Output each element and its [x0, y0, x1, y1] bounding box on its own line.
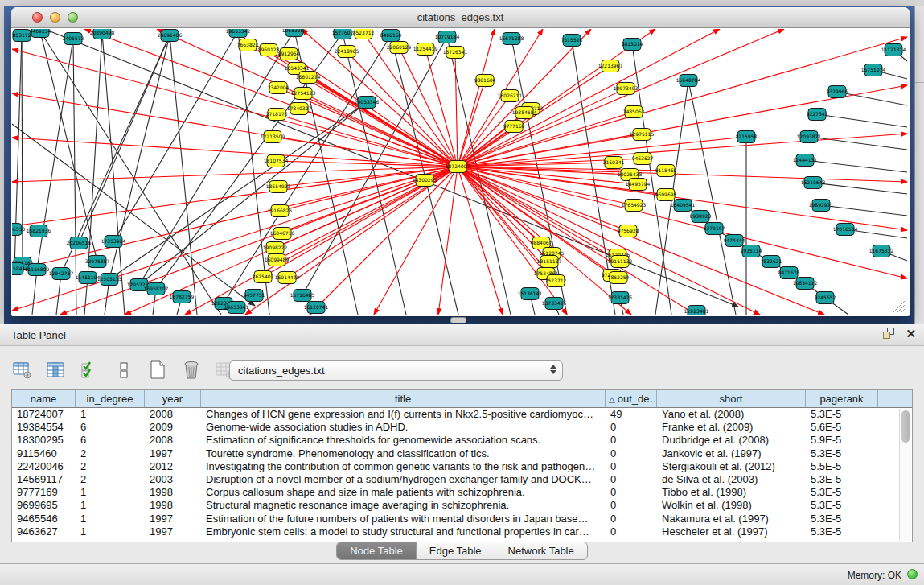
table-scrollbar-thumb[interactable] — [901, 410, 910, 443]
graph-node-teal[interactable]: 9409234 — [30, 29, 51, 38]
column-header-short[interactable]: short — [657, 390, 806, 407]
graph-node-yellow[interactable]: 7663822 — [237, 39, 259, 51]
graph-node-teal[interactable]: 12505135 — [97, 274, 122, 286]
graph-node-teal[interactable]: 16782759 — [170, 291, 195, 303]
graph-node-teal[interactable]: 6379197 — [704, 223, 725, 235]
column-header-title[interactable]: title — [201, 390, 606, 407]
graph-node-teal[interactable]: 9329966 — [827, 86, 848, 98]
tab-network-table[interactable]: Network Table — [495, 542, 587, 559]
graph-node-yellow[interactable]: 2160341 — [603, 157, 625, 169]
graph-node-yellow[interactable]: 16914479 — [275, 272, 300, 284]
graph-node-teal[interactable]: 9457751 — [244, 290, 265, 302]
graph-node-teal[interactable]: 15136141 — [518, 288, 543, 300]
graph-node-yellow[interactable]: 12213509 — [261, 131, 285, 143]
table-row[interactable]: 1456911722003Disruption of a novel membe… — [12, 473, 912, 486]
graph-node-teal[interactable]: 8215958 — [736, 131, 758, 143]
graph-node-teal[interactable]: 9474444 — [724, 235, 745, 247]
splitpane-divider-handle[interactable] — [450, 317, 466, 323]
graph-node-yellow[interactable]: 8912954 — [278, 48, 300, 60]
graph-node-yellow[interactable]: 7523712 — [545, 275, 567, 287]
table-row[interactable]: 1872400712008Changes of HCN gene express… — [12, 408, 912, 421]
table-row[interactable]: 946362711997Embryonic stem cells: a mode… — [12, 525, 912, 538]
table-row[interactable]: 969969511998Structural magnetic resonanc… — [12, 499, 912, 512]
graph-node-yellow[interactable]: 2342004 — [268, 82, 290, 94]
graph-node-yellow[interactable]: 9777169 — [503, 121, 525, 133]
column-header-out_de[interactable]: △out_de… — [606, 390, 657, 407]
graph-node-yellow[interactable]: 19384554 — [512, 107, 537, 119]
tab-node-table[interactable]: Node Table — [337, 542, 417, 559]
graph-node-yellow[interactable]: 9115460 — [655, 165, 677, 177]
graph-node-yellow[interactable]: 7625402 — [253, 271, 274, 283]
table-row[interactable]: 911546021997Tourette syndrome. Phenomeno… — [12, 447, 912, 460]
graph-node-teal[interactable]: 7515526 — [561, 35, 583, 47]
graph-node-teal[interactable]: 16210643 — [801, 177, 826, 189]
column-header-year[interactable]: year — [145, 390, 201, 407]
graph-node-yellow[interactable]: 22060129 — [387, 42, 412, 54]
graph-node-yellow[interactable]: 15726341 — [443, 47, 468, 59]
graph-node-yellow[interactable]: 17840327 — [287, 103, 312, 115]
select-all-icon[interactable] — [79, 360, 101, 381]
delete-columns-icon[interactable] — [180, 360, 203, 381]
graph-node-yellow[interactable]: 22418965 — [335, 46, 359, 58]
graph-node-teal[interactable]: 15716485 — [290, 290, 315, 302]
graph-node-yellow[interactable]: 17654923 — [622, 200, 647, 212]
column-header-pagerank[interactable]: pagerank — [806, 390, 878, 407]
graph-node-teal[interactable]: 10719184 — [435, 31, 460, 43]
table-row[interactable]: 977716911998Corpus callosum shape and si… — [12, 486, 912, 499]
graph-node-teal[interactable]: 16120741 — [304, 302, 329, 314]
graph-node-teal[interactable]: 15821936 — [27, 225, 51, 237]
graph-node-yellow[interactable]: 2718176 — [266, 109, 288, 121]
graph-node-teal[interactable]: 17016504 — [833, 224, 858, 236]
graph-node-yellow[interactable]: 12754123 — [291, 88, 316, 100]
graph-node-yellow[interactable]: 8523712 — [353, 29, 375, 39]
graph-node-yellow[interactable]: 16601274 — [296, 72, 321, 84]
graph-node-teal[interactable]: 15751074 — [861, 64, 886, 76]
network-canvas[interactable]: 1853172194092342405572208904982069140619… — [12, 29, 909, 315]
column-header-in_degree[interactable]: in_degree — [76, 390, 145, 407]
graph-node-yellow[interactable]: 12975115 — [630, 129, 655, 141]
graph-node-teal[interactable]: 19892971 — [809, 200, 834, 212]
graph-node-teal[interactable]: 32975887 — [85, 256, 110, 268]
graph-node-teal[interactable]: 16671388 — [499, 33, 524, 45]
graph-node-teal[interactable]: 20053346 — [355, 97, 380, 109]
graph-node-teal[interactable]: 2935114 — [741, 245, 762, 257]
graph-node-teal[interactable]: 20691406 — [158, 30, 183, 42]
table-row[interactable]: 2242004622012Investigating the contribut… — [12, 460, 912, 473]
column-header-name[interactable]: name — [12, 390, 76, 407]
graph-node-yellow[interactable]: 9699695 — [655, 189, 677, 201]
graph-node-teal[interactable]: 16648784 — [676, 75, 701, 87]
graph-node-teal[interactable]: 9245652 — [815, 292, 836, 304]
graph-node-yellow[interactable]: 19151132 — [608, 256, 633, 268]
new-table-icon[interactable] — [146, 360, 169, 381]
graph-node-teal[interactable]: 8471676 — [778, 267, 800, 279]
tab-edge-table[interactable]: Edge Table — [417, 542, 495, 559]
graph-node-yellow[interactable]: 18495794 — [626, 179, 651, 191]
graph-node-yellow[interactable]: 18300295 — [413, 175, 437, 187]
table-scrollbar[interactable] — [899, 409, 911, 541]
graph-node-teal[interactable]: 1527602 — [332, 29, 354, 39]
graph-node-teal[interactable]: 8466160 — [380, 30, 402, 42]
graph-node-yellow[interactable]: 7485063 — [623, 106, 645, 118]
graph-node-yellow[interactable]: 11254419 — [413, 43, 438, 56]
float-panel-icon[interactable] — [883, 328, 896, 340]
graph-node-teal[interactable]: 16958107 — [144, 283, 169, 295]
graph-node-teal[interactable]: 17331426 — [608, 292, 633, 304]
graph-node-yellow[interactable]: 9756928 — [618, 225, 639, 237]
graph-node-yellow[interactable]: 10973493 — [614, 83, 639, 95]
graph-node-yellow[interactable]: 12213967 — [598, 60, 623, 72]
graph-node-teal[interactable]: 9227341 — [807, 109, 828, 121]
graph-node-teal[interactable]: 12444131 — [793, 154, 818, 167]
graph-node-yellow[interactable]: 19098222 — [263, 242, 288, 254]
graph-node-teal[interactable]: 10654112 — [793, 278, 818, 290]
memory-status-indicator[interactable] — [907, 569, 918, 579]
graph-node-yellow[interactable]: 9861604 — [474, 75, 496, 87]
graph-node-yellow[interactable]: 19166825 — [268, 205, 293, 217]
graph-node-teal[interactable]: 3915841 — [12, 263, 26, 275]
graph-node-yellow[interactable]: 18151137 — [537, 256, 562, 268]
graph-node-hub[interactable]: 18724007 — [446, 161, 470, 173]
graph-node-teal[interactable]: 8938923 — [690, 211, 712, 223]
graph-node-teal[interactable]: 20206516 — [67, 237, 92, 249]
graph-node-teal[interactable]: 8813014 — [622, 39, 643, 51]
graph-node-teal[interactable]: 17353924 — [101, 236, 126, 248]
graph-node-teal[interactable]: 7832621 — [761, 256, 782, 268]
